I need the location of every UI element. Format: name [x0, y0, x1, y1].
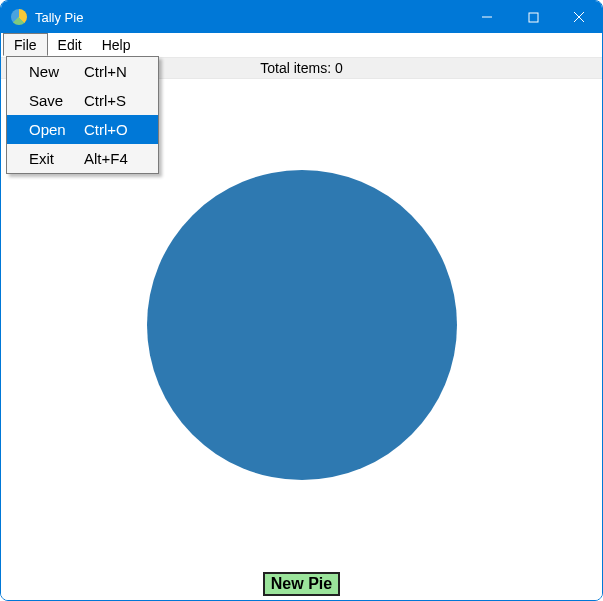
bottom-bar: New Pie [1, 570, 602, 600]
menubar: File Edit Help [1, 33, 602, 57]
window-controls [464, 1, 602, 33]
window-title: Tally Pie [35, 10, 83, 25]
menu-file[interactable]: File [3, 33, 48, 56]
file-menu-open[interactable]: Open Ctrl+O [7, 115, 158, 144]
maximize-button[interactable] [510, 1, 556, 33]
app-window: Tally Pie File Edit Help Total items: 0 … [0, 0, 603, 601]
titlebar: Tally Pie [1, 1, 602, 33]
menu-edit-label: Edit [58, 37, 82, 53]
close-button[interactable] [556, 1, 602, 33]
menu-help[interactable]: Help [92, 33, 141, 56]
file-menu-open-shortcut: Ctrl+O [84, 121, 144, 138]
file-menu-new-label: New [29, 63, 84, 80]
new-pie-button[interactable]: New Pie [263, 572, 340, 596]
file-menu-open-label: Open [29, 121, 84, 138]
app-icon [11, 9, 27, 25]
file-menu-new-shortcut: Ctrl+N [84, 63, 144, 80]
file-menu-exit-label: Exit [29, 150, 84, 167]
file-menu-save[interactable]: Save Ctrl+S [7, 86, 158, 115]
close-icon [573, 11, 585, 23]
file-dropdown: New Ctrl+N Save Ctrl+S Open Ctrl+O Exit … [6, 56, 159, 174]
svg-rect-1 [529, 13, 538, 22]
file-menu-exit[interactable]: Exit Alt+F4 [7, 144, 158, 173]
pie-chart [147, 170, 457, 480]
minimize-button[interactable] [464, 1, 510, 33]
minimize-icon [481, 11, 493, 23]
total-items-label: Total items: 0 [260, 60, 342, 76]
menu-file-label: File [14, 37, 37, 53]
maximize-icon [528, 12, 539, 23]
menu-edit[interactable]: Edit [48, 33, 92, 56]
file-menu-save-shortcut: Ctrl+S [84, 92, 144, 109]
file-menu-exit-shortcut: Alt+F4 [84, 150, 144, 167]
menu-help-label: Help [102, 37, 131, 53]
file-menu-save-label: Save [29, 92, 84, 109]
file-menu-new[interactable]: New Ctrl+N [7, 57, 158, 86]
